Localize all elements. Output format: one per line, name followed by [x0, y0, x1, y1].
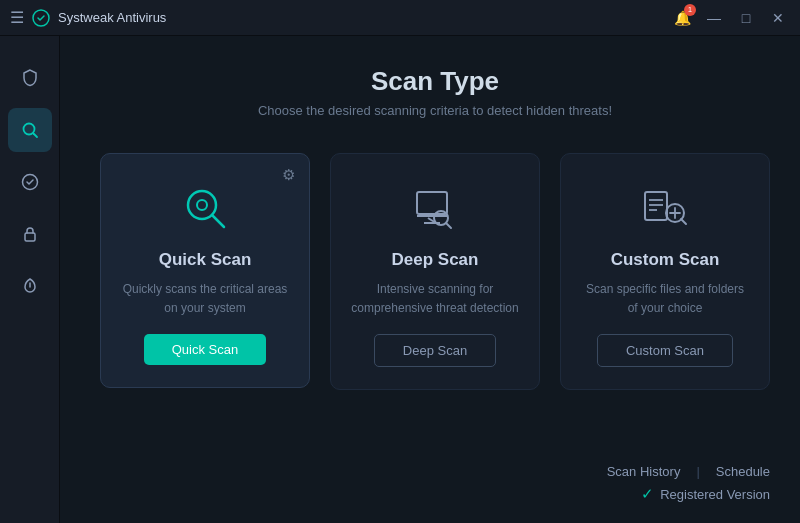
close-button[interactable]: ✕ — [766, 6, 790, 30]
footer: Scan History | Schedule — [100, 454, 770, 479]
deep-scan-button[interactable]: Deep Scan — [374, 334, 496, 367]
sidebar-item-protection[interactable] — [8, 160, 52, 204]
title-bar-left: ☰ Systweak Antivirus — [10, 8, 166, 27]
custom-scan-button[interactable]: Custom Scan — [597, 334, 733, 367]
deep-scan-icon — [405, 178, 465, 238]
svg-point-7 — [197, 200, 207, 210]
main-layout: Scan Type Choose the desired scanning cr… — [0, 36, 800, 523]
quick-scan-card: ⚙ Quick Scan Quickly scans the critical … — [100, 153, 310, 388]
quick-scan-button[interactable]: Quick Scan — [144, 334, 266, 365]
registered-version: ✓ Registered Version — [100, 485, 770, 503]
quick-scan-title: Quick Scan — [159, 250, 252, 270]
page-title: Scan Type — [100, 66, 770, 97]
sidebar-item-lock[interactable] — [8, 212, 52, 256]
deep-scan-card: Deep Scan Intensive scanning for compreh… — [330, 153, 540, 390]
svg-line-2 — [33, 134, 37, 138]
custom-scan-icon — [635, 178, 695, 238]
footer-divider: | — [696, 464, 699, 479]
schedule-link[interactable]: Schedule — [716, 464, 770, 479]
sidebar — [0, 36, 60, 523]
svg-line-6 — [212, 215, 224, 227]
content-area: Scan Type Choose the desired scanning cr… — [60, 36, 800, 523]
title-bar: ☰ Systweak Antivirus 🔔 — □ ✕ — [0, 0, 800, 36]
sidebar-item-boost[interactable] — [8, 264, 52, 308]
maximize-button[interactable]: □ — [734, 6, 758, 30]
deep-scan-description: Intensive scanning for comprehensive thr… — [351, 280, 519, 318]
custom-scan-title: Custom Scan — [611, 250, 720, 270]
page-subtitle: Choose the desired scanning criteria to … — [100, 103, 770, 118]
notification-button[interactable]: 🔔 — [670, 6, 694, 30]
quick-scan-icon — [175, 178, 235, 238]
title-bar-right: 🔔 — □ ✕ — [670, 6, 790, 30]
registered-icon: ✓ — [641, 485, 654, 503]
scan-history-link[interactable]: Scan History — [607, 464, 681, 479]
sidebar-item-shield[interactable] — [8, 56, 52, 100]
hamburger-icon[interactable]: ☰ — [10, 8, 24, 27]
quick-scan-description: Quickly scans the critical areas on your… — [121, 280, 289, 318]
app-logo — [32, 9, 50, 27]
svg-point-1 — [23, 124, 34, 135]
svg-line-19 — [681, 219, 686, 224]
svg-line-13 — [446, 223, 451, 228]
gear-icon[interactable]: ⚙ — [282, 166, 295, 184]
svg-rect-4 — [25, 233, 35, 241]
minimize-button[interactable]: — — [702, 6, 726, 30]
sidebar-item-scan[interactable] — [8, 108, 52, 152]
app-title: Systweak Antivirus — [58, 10, 166, 25]
deep-scan-title: Deep Scan — [392, 250, 479, 270]
registered-label: Registered Version — [660, 487, 770, 502]
svg-rect-14 — [645, 192, 667, 220]
custom-scan-description: Scan specific files and folders of your … — [581, 280, 749, 318]
custom-scan-card: Custom Scan Scan specific files and fold… — [560, 153, 770, 390]
scan-cards: ⚙ Quick Scan Quickly scans the critical … — [100, 153, 770, 434]
